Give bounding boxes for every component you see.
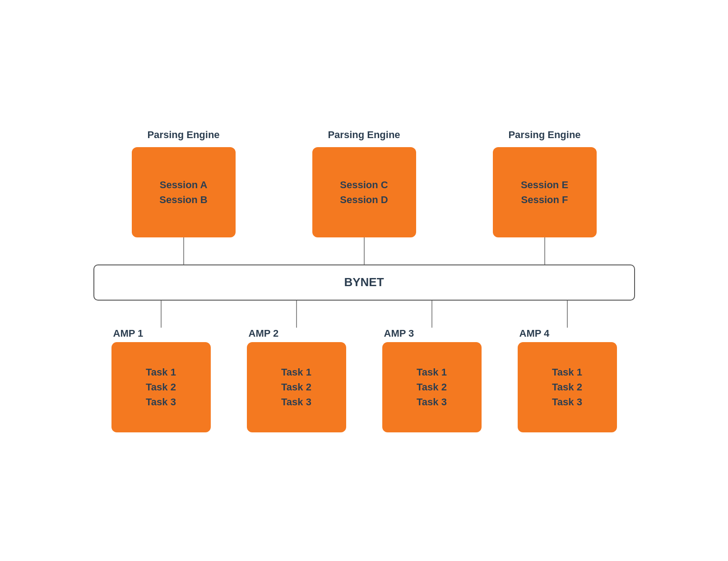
bottom-row: AMP 1 Task 1Task 2Task 3 AMP 2 Task 1Tas… [93, 328, 635, 432]
top-row: Parsing Engine Session ASession B Parsin… [93, 129, 635, 237]
top-connector-3 [493, 237, 597, 264]
pe-group-3: Parsing Engine Session ESession F [493, 129, 597, 237]
task-box-4: Task 1Task 2Task 3 [518, 342, 617, 432]
bynet-box: BYNET [93, 264, 635, 301]
task-box-3: Task 1Task 2Task 3 [382, 342, 482, 432]
amp1-tasks: Task 1Task 2Task 3 [146, 365, 176, 409]
session-box-3: Session ESession F [493, 147, 597, 237]
line-bynet-amp4 [567, 301, 568, 328]
pe-label-3: Parsing Engine [508, 129, 580, 141]
line-pe1-bynet [183, 237, 184, 264]
bottom-connector-1 [111, 301, 211, 328]
pe-label-1: Parsing Engine [147, 129, 219, 141]
bottom-connector-3 [382, 301, 482, 328]
bottom-connectors [93, 301, 635, 328]
amp-label-1: AMP 1 [111, 328, 144, 339]
line-bynet-amp2 [296, 301, 297, 328]
session-ef: Session ESession F [521, 177, 568, 207]
task-box-1: Task 1Task 2Task 3 [111, 342, 211, 432]
session-ab: Session ASession B [159, 177, 207, 207]
bottom-connector-2 [247, 301, 346, 328]
top-connectors [93, 237, 635, 264]
amp3-tasks: Task 1Task 2Task 3 [417, 365, 447, 409]
top-connector-1 [132, 237, 236, 264]
amp-label-4: AMP 4 [518, 328, 550, 339]
line-bynet-amp3 [431, 301, 432, 328]
line-pe2-bynet [364, 237, 365, 264]
bottom-connector-4 [518, 301, 617, 328]
amp-label-3: AMP 3 [382, 328, 414, 339]
amp-group-2: AMP 2 Task 1Task 2Task 3 [247, 328, 346, 432]
session-box-2: Session CSession D [312, 147, 416, 237]
amp2-tasks: Task 1Task 2Task 3 [281, 365, 311, 409]
amp-group-3: AMP 3 Task 1Task 2Task 3 [382, 328, 482, 432]
pe-group-2: Parsing Engine Session CSession D [312, 129, 416, 237]
architecture-diagram: Parsing Engine Session ASession B Parsin… [93, 129, 635, 432]
session-box-1: Session ASession B [132, 147, 236, 237]
bynet-row: BYNET [93, 264, 635, 301]
amp-group-1: AMP 1 Task 1Task 2Task 3 [111, 328, 211, 432]
bynet-label: BYNET [344, 275, 384, 289]
amp4-tasks: Task 1Task 2Task 3 [552, 365, 582, 409]
session-cd: Session CSession D [340, 177, 388, 207]
amp-group-4: AMP 4 Task 1Task 2Task 3 [518, 328, 617, 432]
top-connector-2 [312, 237, 416, 264]
pe-group-1: Parsing Engine Session ASession B [132, 129, 236, 237]
amp-label-2: AMP 2 [247, 328, 279, 339]
line-pe3-bynet [544, 237, 545, 264]
task-box-2: Task 1Task 2Task 3 [247, 342, 346, 432]
line-bynet-amp1 [161, 301, 162, 328]
pe-label-2: Parsing Engine [328, 129, 400, 141]
